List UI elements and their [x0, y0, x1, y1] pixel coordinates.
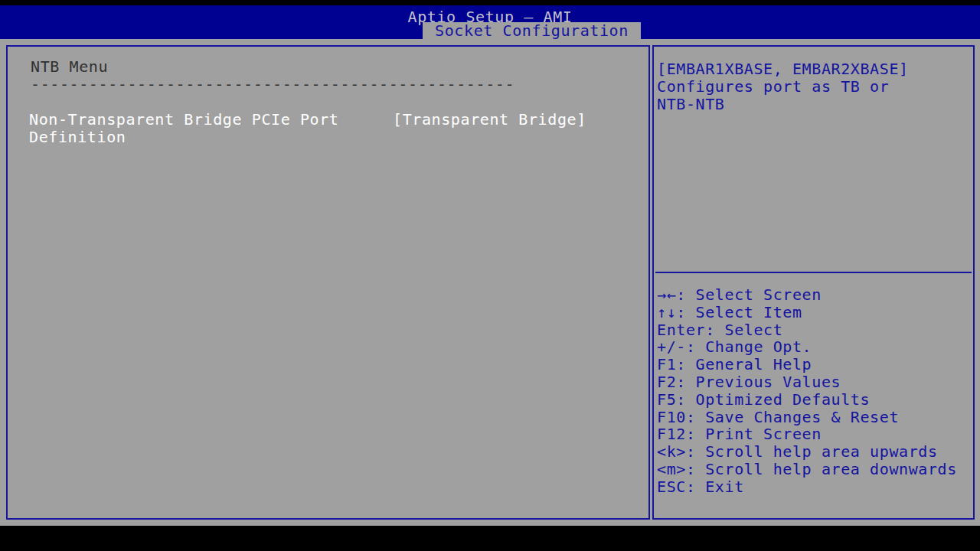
header-bar: Aptio Setup – AMI Socket Configuration: [0, 5, 980, 39]
body-background: NTB Menu -------------------------------…: [0, 39, 980, 526]
help-key-f1-general-help: F1: General Help: [657, 356, 974, 373]
help-key-scroll-up: <k>: Scroll help area upwards: [657, 443, 974, 461]
help-key-select-screen: →←: Select Screen: [657, 286, 974, 304]
help-key-select-item: ↑↓: Select Item: [657, 304, 974, 321]
help-key-esc-exit: ESC: Exit: [657, 478, 974, 496]
help-key-scroll-down: <m>: Scroll help area downwards: [657, 461, 974, 478]
tab-socket-configuration[interactable]: Socket Configuration: [423, 22, 641, 39]
setting-value-ntb-port-definition[interactable]: [Transparent Bridge]: [393, 111, 586, 129]
help-key-f12-print-screen: F12: Print Screen: [657, 425, 974, 443]
section-title-ntb-menu: NTB Menu: [31, 58, 108, 76]
help-key-enter-select: Enter: Select: [657, 321, 974, 339]
help-key-change-opt: +/-: Change Opt.: [657, 338, 974, 356]
help-key-f10-save-reset: F10: Save Changes & Reset: [657, 409, 974, 426]
help-panel: [EMBAR1XBASE, EMBAR2XBASE] Configures po…: [652, 45, 975, 520]
main-panel: NTB Menu -------------------------------…: [6, 45, 650, 520]
help-description: [EMBAR1XBASE, EMBAR2XBASE] Configures po…: [657, 60, 972, 113]
help-key-f2-previous-values: F2: Previous Values: [657, 373, 974, 391]
setting-label-ntb-port-definition: Non-Transparent Bridge PCIe Port Definit…: [29, 111, 389, 146]
help-divider: [655, 272, 972, 273]
help-description-line: [EMBAR1XBASE, EMBAR2XBASE]: [657, 60, 972, 78]
help-description-line: Configures port as TB or: [657, 78, 972, 96]
help-key-legend: →←: Select Screen ↑↓: Select Item Enter:…: [657, 286, 974, 496]
help-description-line: NTB-NTB: [657, 96, 972, 113]
section-separator: ----------------------------------------…: [31, 76, 514, 93]
help-key-f5-optimized-defaults: F5: Optimized Defaults: [657, 391, 974, 409]
